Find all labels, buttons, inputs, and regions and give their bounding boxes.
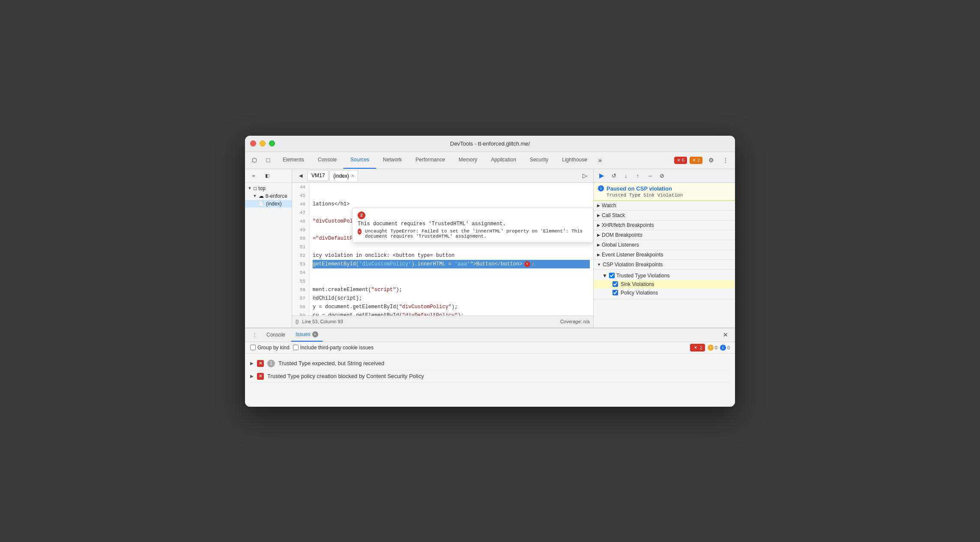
bottom-error-badge[interactable]: ✕ 2: [690, 344, 705, 351]
tab-network[interactable]: Network: [376, 152, 409, 169]
deactivate-button[interactable]: ⊘: [657, 171, 666, 180]
sink-violations-label: Sink Violations: [621, 281, 654, 287]
tab-elements[interactable]: Elements: [276, 152, 311, 169]
close-tab-icon[interactable]: ✕: [351, 173, 354, 178]
inspect-icon[interactable]: ⬡: [248, 154, 260, 166]
section-global[interactable]: ▶ Global Listeners: [594, 240, 735, 250]
format-icon[interactable]: {}: [296, 319, 299, 324]
warning-x-icon: ✕: [692, 158, 696, 163]
code-lines[interactable]: lations</h1> "divCustomPoli ="divDefault…: [309, 183, 593, 316]
source-footer: {} Line 53, Column 93 Coverage: n/a: [292, 316, 593, 328]
source-tab-vm17[interactable]: VM17: [308, 170, 329, 181]
bottom-error-icon: ✕: [693, 345, 699, 351]
dom-arrow-icon: ▶: [597, 233, 600, 237]
close-button[interactable]: [250, 140, 256, 146]
bottom-toolbar: Group by kind Include third-party cookie…: [245, 342, 735, 354]
tab-security[interactable]: Security: [523, 152, 555, 169]
csp-section-body: ▼ Trusted Type Violations Sink Violation…: [594, 270, 735, 299]
resume-button[interactable]: ▶: [597, 171, 607, 180]
code-line-51: [313, 243, 590, 251]
issue-item-1[interactable]: ▶ ✕ 1 Trusted Type expected, but String …: [250, 357, 730, 370]
csp-notice: i Paused on CSP violation Trusted Type S…: [594, 183, 735, 201]
tree-item-top[interactable]: ▼ □ top: [245, 185, 292, 192]
step-into-button[interactable]: ↓: [621, 171, 630, 180]
group-by-kind-checkbox[interactable]: [250, 345, 256, 350]
devtools-window: DevTools - tt-enforced.glitch.me/ ⬡ □ El…: [245, 136, 735, 407]
error-badge[interactable]: ✕ 6: [674, 157, 687, 164]
tab-lighthouse[interactable]: Lighthouse: [555, 152, 594, 169]
watch-label: Watch: [602, 203, 616, 208]
sidebar-toolbar: » ◧: [245, 169, 292, 183]
bottom-tab-console[interactable]: Console: [262, 328, 290, 342]
more-options-icon[interactable]: ⋮: [720, 154, 732, 166]
code-line-58: y = document.getElementById("divCustomPo…: [313, 303, 590, 311]
source-nav-icon[interactable]: ◀: [295, 170, 307, 182]
maximize-button[interactable]: [269, 140, 275, 146]
bottom-more-icon[interactable]: ⋮: [248, 329, 260, 341]
section-call-stack[interactable]: ▶ Call Stack: [594, 211, 735, 220]
issues-tab-close[interactable]: ✕: [312, 331, 318, 337]
tt-violations-checkbox[interactable]: [609, 273, 615, 278]
tree-item-ttenforcedglitch[interactable]: ▼ ☁ tt-enforce: [245, 192, 292, 200]
sidebar-more-icon[interactable]: »: [248, 170, 260, 182]
issue1-arrow-icon: ▶: [250, 361, 254, 366]
warning-badge[interactable]: ✕ 2: [690, 157, 702, 164]
right-panel: ▶ ↺ ↓ ↑ → ⊘ i Paused on CSP violation Tr…: [594, 169, 735, 328]
bottom-info-icon: i: [720, 345, 726, 351]
source-code[interactable]: 2 This document requires 'TrustedHTML' a…: [292, 183, 593, 316]
source-tabs: ◀ VM17 (index) ✕ ▷: [292, 169, 593, 183]
code-line-46: lations</h1>: [313, 200, 590, 208]
cursor-position: Line 53, Column 93: [302, 319, 343, 324]
trusted-type-violations-item[interactable]: ▼ Trusted Type Violations: [594, 271, 735, 280]
section-csp[interactable]: ▼ CSP Violation Breakpoints: [594, 260, 735, 270]
sink-violations-item[interactable]: Sink Violations: [594, 280, 735, 289]
sink-violations-checkbox[interactable]: [612, 281, 618, 287]
tree-label-index: (index): [266, 201, 282, 207]
group-by-kind-item[interactable]: Group by kind: [250, 345, 290, 351]
tab-application[interactable]: Application: [484, 152, 523, 169]
step-out-button[interactable]: ↑: [633, 171, 642, 180]
bottom-badges: ✕ 2 ! 0 i 0: [690, 344, 730, 351]
device-icon[interactable]: □: [262, 154, 274, 166]
tab-performance[interactable]: Performance: [409, 152, 452, 169]
source-tab-index[interactable]: (index) ✕: [329, 170, 358, 181]
policy-violations-item[interactable]: Policy Violations: [594, 289, 735, 297]
tab-sources[interactable]: Sources: [344, 152, 376, 169]
bottom-tab-issues[interactable]: Issues ✕: [291, 328, 323, 342]
tree-item-index[interactable]: 📄 (index): [245, 200, 292, 208]
section-xhr[interactable]: ▶ XHR/fetch Breakpoints: [594, 220, 735, 230]
issue1-label: Trusted Type expected, but String receiv…: [278, 360, 384, 366]
step-button[interactable]: →: [645, 171, 654, 180]
csp-notice-subtitle: Trusted Type Sink Violation: [598, 193, 731, 198]
xhr-label: XHR/fetch Breakpoints: [602, 222, 654, 228]
tooltip-line1: This document requires 'TrustedHTML' ass…: [358, 221, 588, 227]
include-third-party-item[interactable]: Include third-party cookie issues: [293, 345, 373, 351]
tab-console[interactable]: Console: [311, 152, 344, 169]
coverage-label: Coverage: n/a: [560, 319, 590, 324]
dom-label: DOM Breakpoints: [602, 232, 642, 238]
include-third-party-checkbox[interactable]: [293, 345, 299, 350]
code-line-57: ndChild(script);: [313, 294, 590, 303]
xhr-arrow-icon: ▶: [597, 223, 600, 227]
sidebar-toggle-icon[interactable]: ◧: [261, 170, 273, 182]
source-run-icon[interactable]: ▷: [579, 170, 591, 182]
bottom-info-count: 0: [727, 345, 730, 350]
minimize-button[interactable]: [260, 140, 266, 146]
issue2-label: Trusted Type policy creation blocked by …: [267, 373, 424, 379]
settings-icon[interactable]: ⚙: [705, 154, 717, 166]
more-tabs-icon[interactable]: »: [594, 154, 606, 166]
issue-item-2[interactable]: ▶ ✕ Trusted Type policy creation blocked…: [250, 370, 730, 383]
step-over-button[interactable]: ↺: [609, 171, 618, 180]
section-watch[interactable]: ▶ Watch: [594, 201, 735, 211]
section-dom[interactable]: ▶ DOM Breakpoints: [594, 230, 735, 240]
watch-arrow-icon: ▶: [597, 203, 600, 208]
bottom-tabs: ⋮ Console Issues ✕ ✕: [245, 328, 735, 342]
section-event-listener[interactable]: ▶ Event Listener Breakpoints: [594, 250, 735, 260]
close-bottom-panel-icon[interactable]: ✕: [720, 329, 732, 341]
tt-violations-label: Trusted Type Violations: [616, 273, 670, 279]
code-line-56: ment.createElement("script");: [313, 286, 590, 294]
line-error-icon: ✕: [524, 261, 530, 267]
tab-memory[interactable]: Memory: [452, 152, 484, 169]
policy-violations-checkbox[interactable]: [612, 290, 618, 295]
index-label: (index): [333, 173, 349, 179]
